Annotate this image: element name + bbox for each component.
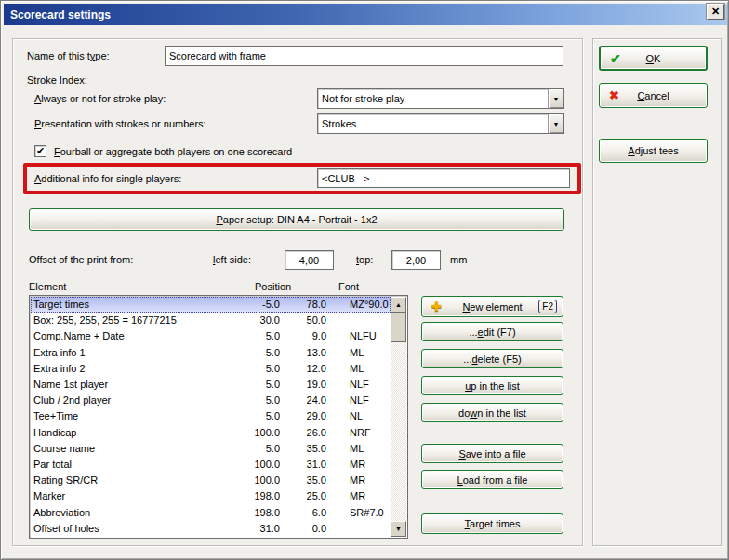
up-in-list-button[interactable]: up in the list	[421, 376, 563, 395]
table-row[interactable]: Name 1st player5.019.0NLF	[31, 377, 391, 393]
chevron-down-icon[interactable]: ▼	[548, 114, 563, 133]
table-row[interactable]: Rating SR/CR100.035.0MR	[31, 473, 391, 488]
column-header-element: Element	[29, 281, 66, 292]
table-row[interactable]: Extra info 15.013.0ML	[31, 345, 391, 361]
table-row[interactable]: Handicap100.026.0NRF	[31, 425, 391, 441]
left-side-label: left side:	[213, 254, 251, 265]
scrollbar-thumb[interactable]	[391, 313, 406, 342]
paper-setup-button[interactable]: Paper setup: DIN A4 - Portrait - 1x2	[29, 208, 564, 231]
offset-label: Offset of the print from:	[29, 254, 133, 265]
titlebar: Scorecard settings	[4, 4, 727, 25]
table-row[interactable]: Abbreviation198.06.0SR#7.0	[31, 504, 391, 520]
presentation-dropdown-value: Strokes	[318, 118, 548, 129]
table-row[interactable]: Comp.Name + Date5.09.0NLFU	[31, 328, 391, 344]
table-row[interactable]: Tee+Time5.029.0NL	[31, 408, 391, 424]
checkmark-icon: ✔	[36, 146, 45, 156]
table-row[interactable]: Marker198.025.0MR	[31, 488, 391, 504]
window-title: Scorecard settings	[10, 8, 111, 21]
cancel-button[interactable]: ✖ Cancel	[599, 83, 708, 108]
ok-button[interactable]: ✔ OK	[599, 46, 708, 71]
table-row[interactable]: Course name5.035.0ML	[31, 441, 391, 457]
table-row[interactable]: Par total100.031.0MR	[31, 457, 391, 473]
offset-top-input[interactable]	[391, 250, 441, 270]
stroke-play-dropdown[interactable]: Not for stroke play ▼	[317, 88, 564, 109]
column-header-font: Font	[338, 281, 359, 292]
f2-key-badge: F2	[538, 300, 557, 313]
element-list-rows: Target times-5.078.0MZ°90.0 Box: 255, 25…	[31, 297, 391, 537]
down-in-list-button[interactable]: down in the list	[421, 403, 563, 422]
close-button[interactable]: ✕	[707, 4, 724, 20]
stroke-play-dropdown-value: Not for stroke play	[318, 93, 548, 104]
additional-info-input[interactable]	[317, 168, 570, 188]
scroll-up-icon: ▲	[395, 301, 402, 308]
table-row[interactable]: Box: 255, 255, 255 = 1677721530.050.0	[31, 313, 391, 328]
new-element-button[interactable]: ✚ New element F2	[421, 296, 563, 317]
adjust-tees-button[interactable]: Adjust tees	[599, 139, 708, 163]
close-icon: ✕	[711, 6, 720, 18]
plus-icon: ✚	[431, 300, 442, 313]
unit-label: mm	[450, 254, 467, 265]
scroll-down-button[interactable]: ▼	[391, 521, 406, 537]
always-stroke-play-label: Always or not for stroke play:	[34, 93, 166, 104]
scorecard-settings-dialog: Scorecard settings ✕ Name of this type: …	[0, 0, 729, 560]
name-of-type-label: Name of this type:	[27, 50, 110, 61]
table-row[interactable]: Extra info 25.012.0ML	[31, 361, 391, 377]
target-times-button[interactable]: Target times	[421, 513, 563, 534]
load-from-file-button[interactable]: Load from a file	[421, 470, 563, 489]
offset-left-input[interactable]	[285, 250, 334, 270]
stroke-index-label: Stroke Index:	[27, 74, 87, 86]
delete-button[interactable]: ...delete (F5)	[421, 349, 563, 368]
check-icon: ✔	[610, 51, 621, 66]
edit-button[interactable]: ...edit (F7)	[421, 322, 563, 341]
list-scrollbar[interactable]: ▲ ▼	[391, 297, 406, 537]
scroll-down-icon: ▼	[395, 526, 402, 532]
presentation-dropdown[interactable]: Strokes ▼	[317, 113, 564, 134]
fourball-label: Fourball or aggregate both players on on…	[54, 146, 292, 157]
element-list: Target times-5.078.0MZ°90.0 Box: 255, 25…	[29, 295, 408, 539]
scroll-up-button[interactable]: ▲	[391, 297, 406, 313]
save-into-file-button[interactable]: Save into a file	[421, 444, 563, 463]
cross-icon: ✖	[609, 88, 619, 102]
column-header-position: Position	[255, 281, 291, 292]
table-row[interactable]: Club / 2nd player5.024.0NLF	[31, 393, 391, 408]
presentation-label: Presentation with strokes or numbers:	[34, 118, 206, 129]
name-of-type-input[interactable]	[165, 46, 563, 66]
table-row[interactable]: Target times-5.078.0MZ°90.0	[31, 297, 391, 313]
actions-groupbox	[592, 38, 722, 546]
chevron-down-icon[interactable]: ▼	[548, 89, 563, 108]
fourball-checkbox[interactable]: ✔	[34, 145, 46, 157]
top-label: top:	[356, 254, 373, 265]
additional-info-label: Additional info for single players:	[34, 173, 181, 184]
table-row[interactable]: Offset of holes31.00.0	[31, 521, 391, 537]
